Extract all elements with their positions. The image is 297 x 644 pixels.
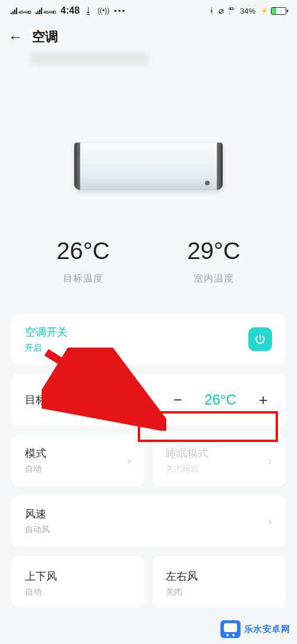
download-icon: ⭳ [84,6,93,15]
battery-icon [271,7,286,15]
vertical-swing-card[interactable]: 上下风 自动 [12,556,144,607]
status-right: ᚼ ⌀ 4G↑↓ 34% ⚡ [209,5,286,16]
sleep-title: 睡眠模式 [166,446,208,460]
sleep-status: 关闭睡眠 [166,464,208,475]
watermark: 乐水安卓网 [220,620,290,638]
vswing-title: 上下风 [25,569,57,583]
mode-title: 模式 [25,446,46,460]
data-icon: 4G↑↓ [229,7,235,15]
status-time: 4:48 [61,5,80,16]
fan-speed-card[interactable]: 风速 自动风 › [12,495,285,547]
room-temp-block: 29°C 室内温度 [187,238,240,285]
chevron-right-icon: › [268,454,272,468]
mode-status: 自动 [25,464,46,475]
room-temp-label: 室内温度 [187,273,240,285]
page-title: 空调 [32,28,58,46]
signal-icon-1: 4G+HD [11,7,31,14]
charging-icon: ⚡ [260,7,268,15]
temp-increase-button[interactable]: + [254,391,272,409]
status-bar: 4G+HD 4G+HD 4:48 ⭳ ((•)) ••• ᚼ ⌀ 4G↑↓ 34… [0,0,297,21]
dnd-icon: ⌀ [219,5,224,16]
ac-illustration [0,143,297,190]
room-temp-value: 29°C [187,238,240,264]
sleep-mode-card[interactable]: 睡眠模式 关闭睡眠 › [153,435,285,486]
hswing-status: 关闭 [166,587,198,598]
temperature-stepper: − 26°C + [169,391,272,409]
power-title: 空调开关 [25,325,68,339]
watermark-icon [220,620,241,638]
hswing-title: 左右风 [166,569,198,583]
vswing-status: 自动 [25,587,57,598]
target-temp-label: 目标温度 [56,273,109,285]
temp-stepper-value: 26°C [200,392,241,408]
back-button[interactable]: ← [8,30,23,44]
subtitle-redacted [30,52,148,65]
watermark-text: 乐水安卓网 [244,624,290,635]
hotspot-icon: ((•)) [97,7,109,15]
signal-icon-2: 4G+HD [36,7,56,14]
status-left: 4G+HD 4G+HD 4:48 ⭳ ((•)) ••• [11,5,126,16]
power-icon [254,333,266,345]
fan-status: 自动风 [25,525,50,535]
svg-line-1 [46,352,151,418]
bluetooth-icon: ᚼ [209,6,214,15]
chevron-right-icon: › [268,514,272,528]
battery-percent: 34% [240,7,255,15]
temp-decrease-button[interactable]: − [169,391,187,409]
horizontal-swing-card[interactable]: 左右风 关闭 [153,556,285,607]
target-temp-value: 26°C [56,238,109,264]
power-toggle-button[interactable] [248,327,272,351]
mode-card[interactable]: 模式 自动 › [12,435,144,486]
fan-title: 风速 [25,507,50,521]
more-icon: ••• [114,7,126,15]
target-temp-block: 26°C 目标温度 [56,238,109,285]
chevron-right-icon: › [127,454,131,468]
temperature-display: 26°C 目标温度 29°C 室内温度 [0,238,297,285]
annotation-arrow [42,348,166,431]
page-header: ← 空调 [0,21,297,52]
